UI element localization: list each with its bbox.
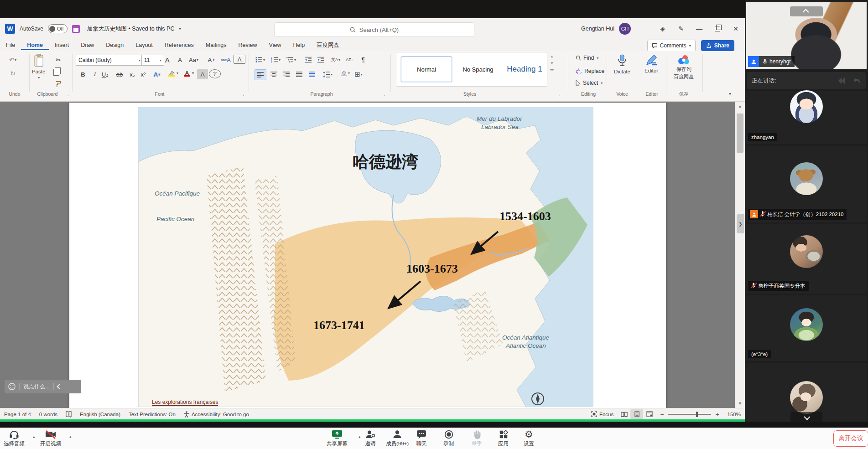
text-predictions[interactable]: Text Predictions: On [125,412,180,417]
increase-indent-button[interactable] [316,55,327,65]
character-shading-button[interactable]: A [197,69,208,79]
zoom-in-button[interactable]: + [711,411,723,418]
panel-collapse-handle[interactable]: ❯ [737,214,744,233]
sort-button[interactable]: AZ↓ [344,55,355,65]
font-name-select[interactable]: Calibri (Body)▾ [76,55,143,66]
numbering-button[interactable]: 123▾ [270,55,281,65]
zoom-slider-thumb[interactable] [696,412,698,417]
doc-title[interactable]: 加拿大历史地图 • Saved to this PC [87,25,175,33]
align-left-button[interactable] [255,69,266,80]
styles-scroll-up[interactable]: ▴ [548,53,556,60]
audio-button[interactable]: 选择音频 [4,429,25,447]
zoom-slider[interactable] [668,414,711,415]
word-count[interactable]: 0 words [35,412,62,417]
select-button[interactable]: Select▾ [576,80,603,86]
document-scrollbar[interactable]: ▲ ▼ [735,102,745,408]
autosave-toggle[interactable]: Off [48,24,67,33]
subscript-button[interactable]: x₂ [127,69,138,79]
collapse-ribbon-button[interactable]: ▾ [729,91,731,96]
tab-mailings[interactable]: Mailings [200,40,233,50]
members-button[interactable]: 成员(99+) [386,429,409,447]
shading-button[interactable]: ▾ [338,68,349,78]
accessibility-status[interactable]: Accessibility: Good to go [180,411,253,418]
show-marks-button[interactable]: ¶ [358,55,369,65]
clear-formatting-button[interactable]: A✦ [206,55,217,65]
format-painter-icon[interactable] [53,78,64,88]
tab-baidu-netdisk[interactable]: 百度网盘 [311,40,345,51]
chat-button[interactable]: 聊天 [416,429,427,447]
baidu-save-button[interactable]: 保存到 百度网盘 [670,54,698,80]
undo-button[interactable]: ↶▾ [7,55,18,65]
cut-icon[interactable]: ✂ [53,55,64,65]
tab-file[interactable]: File [0,40,21,50]
minimize-button[interactable]: — [690,20,708,38]
video-collapse-button[interactable] [790,6,823,16]
justify-button[interactable] [294,69,305,79]
leave-meeting-button[interactable]: 离开会议 [833,430,868,447]
participant-tile[interactable]: 詹柠子商英国专升本 [746,224,867,294]
web-layout-button[interactable] [643,409,656,419]
document-area[interactable]: 哈德逊湾 Mer du Labrador Labrador Sea Océan … [0,102,745,408]
superscript-button[interactable]: x² [138,69,149,79]
editor-button[interactable]: Editor [640,54,662,73]
share-screen-button[interactable]: 共享屏幕 [327,429,348,447]
share-button[interactable]: Share [701,40,734,51]
decrease-indent-button[interactable] [303,55,314,65]
user-avatar[interactable]: GH [619,23,631,35]
print-layout-button[interactable] [630,409,643,419]
audio-options-chevron-icon[interactable]: ▴ [33,434,35,439]
doc-title-chevron-icon[interactable]: ▾ [179,27,181,31]
chat-collapse-icon[interactable] [57,384,62,389]
document-page[interactable]: 哈德逊湾 Mer du Labrador Labrador Sea Océan … [69,103,666,408]
find-button[interactable]: Find▾ [576,55,598,61]
participant-tile[interactable]: 柏长洁 会计学（创）2102 20210 [746,146,867,222]
styles-more[interactable]: ▿▿ [548,67,556,73]
font-dialog-launcher[interactable]: ⌟ [242,92,244,97]
replace-button[interactable]: ςbc Replace [576,67,604,75]
paste-button[interactable]: Paste ▾ [32,54,45,80]
focus-button[interactable]: Focus [587,411,618,417]
text-effects-button[interactable]: A▾ [151,69,162,79]
invite-button[interactable]: 邀请 [365,429,376,447]
tab-references[interactable]: References [159,40,200,50]
tab-layout[interactable]: Layout [130,40,159,50]
scrollbar-thumb[interactable] [737,114,743,153]
zoom-level[interactable]: 150% [723,412,745,417]
align-center-button[interactable] [268,69,279,79]
search-box[interactable]: Search (Alt+Q) [274,22,474,37]
save-icon[interactable] [72,25,80,33]
align-right-button[interactable] [281,69,292,79]
raise-hand-button[interactable]: 举手 [472,429,482,447]
participant-tile[interactable]: (ө°3°ө) [746,295,867,361]
borders-button[interactable]: ⊞▾ [353,69,364,79]
tab-draw[interactable]: Draw [75,40,100,50]
font-size-select[interactable]: 11▾ [141,55,164,66]
character-border-button[interactable]: A [234,55,245,64]
close-button[interactable]: ✕ [727,20,745,38]
language-indicator[interactable]: English (Canada) [76,412,125,417]
chat-quick-input[interactable]: 说点什么... [5,380,81,393]
redo-button[interactable]: ↻ [7,68,18,78]
ink-pen-icon[interactable]: ✎ [672,20,690,38]
font-color-button[interactable]: A▾ [182,68,192,78]
phonetic-guide-button[interactable]: abcA [220,55,232,65]
tab-review[interactable]: Review [233,40,263,50]
tab-design[interactable]: Design [100,40,130,50]
styles-scroll-down[interactable]: ▾ [548,60,556,67]
video-options-chevron-icon[interactable]: ▴ [69,434,72,439]
scroll-up-icon[interactable]: ▲ [735,102,745,111]
enclose-characters-button[interactable]: 字 [209,69,221,78]
apps-button[interactable]: 应用 [498,429,509,447]
tab-home[interactable]: Home [21,40,49,50]
participant-tile[interactable] [746,363,867,428]
style-normal[interactable]: Normal [401,57,452,82]
video-button[interactable]: 开启视频 [40,429,61,447]
distribute-button[interactable] [307,69,317,79]
proofing-icon[interactable] [62,411,76,418]
asian-layout-button[interactable]: 文A▾ [330,55,341,65]
scroll-down-icon[interactable]: ▼ [735,399,745,408]
shrink-font-button[interactable]: Aˇ [175,55,186,65]
layout-switch-icon[interactable] [837,77,852,85]
italic-button[interactable]: I [89,69,100,79]
dictate-button[interactable]: Dictate [611,54,633,74]
